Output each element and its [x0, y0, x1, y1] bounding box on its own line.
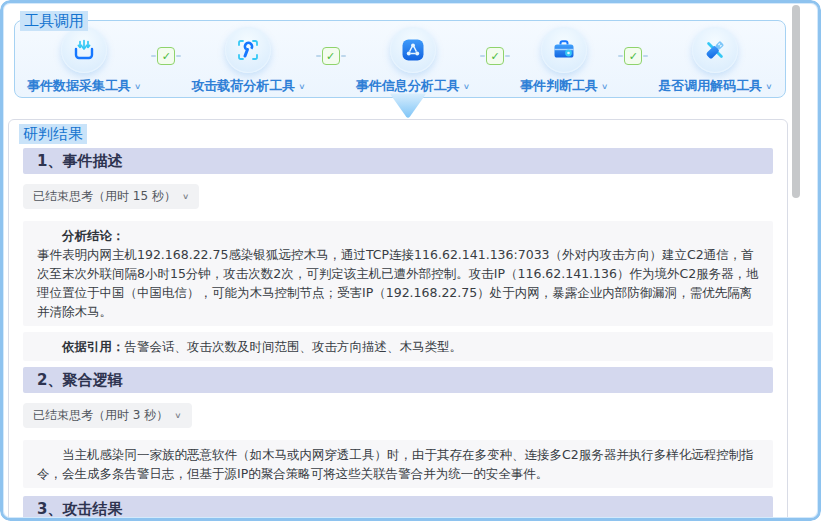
chevron-down-icon: ∨: [182, 192, 189, 201]
chevron-down-icon[interactable]: ∨: [463, 82, 470, 91]
flow-connector: ✓: [608, 47, 658, 65]
tool-node-label-text: 事件判断工具: [520, 77, 598, 95]
flow-connector: ✓: [306, 47, 356, 65]
tool-node-label-text: 事件数据采集工具: [27, 77, 131, 95]
tool-node-label[interactable]: 是否调用解码工具 ∨: [658, 77, 772, 95]
aggregation-logic-block: 当主机感染同一家族的恶意软件（如木马或内网穿透工具）时，由于其存在多变种、连接多…: [23, 440, 773, 488]
section-2-header: 2、聚合逻辑: [23, 367, 773, 393]
security-analysis-page: 工具调用 事件数据采集工具 ∨: [0, 0, 821, 521]
think-toggle-label: 已结束思考（用时 3 秒）: [33, 407, 168, 424]
tool-call-panel: 工具调用 事件数据采集工具 ∨: [14, 20, 786, 98]
chevron-down-icon[interactable]: ∨: [298, 82, 305, 91]
connector-line: [505, 55, 510, 57]
evidence-heading: 依据引用：: [62, 339, 125, 354]
tool-call-panel-label: 工具调用: [20, 11, 88, 31]
tool-node-decode-tool[interactable]: 是否调用解码工具 ∨: [658, 27, 772, 95]
section-3-header: 3、攻击结果: [23, 496, 773, 521]
connector-line: [151, 55, 156, 57]
tool-node-event-info-analysis[interactable]: 事件信息分析工具 ∨: [356, 27, 470, 95]
connector-line: [176, 55, 181, 57]
result-panel-label: 研判结果: [19, 124, 87, 144]
analysis-conclusion-text: 事件表明内网主机192.168.22.75感染银狐远控木马，通过TCP连接116…: [37, 245, 759, 321]
evidence-text: 告警会话、攻击次数及时间范围、攻击方向描述、木马类型。: [125, 339, 463, 354]
analysis-conclusion-heading: 分析结论：: [37, 226, 759, 245]
tool-node-label-text: 攻击载荷分析工具: [191, 77, 295, 95]
result-panel-label-row: 研判结果: [19, 124, 773, 144]
tool-node-label[interactable]: 事件判断工具 ∨: [520, 77, 608, 95]
think-toggle-section-2[interactable]: 已结束思考（用时 3 秒） ∨: [23, 403, 192, 428]
decode-tool-icon: [692, 27, 738, 73]
connector-line: [643, 55, 648, 57]
check-badge-icon: ✓: [486, 47, 504, 65]
flow-connector: ✓: [141, 47, 191, 65]
result-panel: 研判结果 1、事件描述 已结束思考（用时 15 秒） ∨ 分析结论： 事件表明内…: [8, 119, 788, 521]
flow-down-arrow-icon: [386, 92, 430, 119]
tool-node-label[interactable]: 攻击载荷分析工具 ∨: [191, 77, 305, 95]
scrollbar[interactable]: [792, 2, 801, 516]
connector-line: [480, 55, 485, 57]
chevron-down-icon: ∨: [174, 411, 181, 420]
analysis-conclusion-block: 分析结论： 事件表明内网主机192.168.22.75感染银狐远控木马，通过TC…: [23, 221, 773, 326]
data-collect-icon: [61, 27, 107, 73]
event-judgment-icon: [541, 27, 587, 73]
think-toggle-label: 已结束思考（用时 15 秒）: [33, 188, 176, 205]
connector-line: [316, 55, 321, 57]
chevron-down-icon[interactable]: ∨: [765, 82, 772, 91]
connector-line: [341, 55, 346, 57]
tool-flow: 事件数据采集工具 ∨ ✓: [15, 21, 785, 97]
section-1-header: 1、事件描述: [23, 148, 773, 174]
evidence-block: 依据引用：告警会话、攻击次数及时间范围、攻击方向描述、木马类型。: [23, 332, 773, 361]
check-badge-icon: ✓: [624, 47, 642, 65]
chevron-down-icon[interactable]: ∨: [601, 82, 608, 91]
connector-line: [618, 55, 623, 57]
scrollbar-thumb[interactable]: [792, 5, 800, 198]
flow-connector: ✓: [470, 47, 520, 65]
aggregation-logic-text: 当主机感染同一家族的恶意软件（如木马或内网穿透工具）时，由于其存在多变种、连接多…: [37, 445, 759, 483]
check-badge-icon: ✓: [322, 47, 340, 65]
chevron-down-icon[interactable]: ∨: [134, 82, 141, 91]
tool-node-payload-analysis[interactable]: 攻击载荷分析工具 ∨: [191, 27, 305, 95]
think-toggle-section-1[interactable]: 已结束思考（用时 15 秒） ∨: [23, 184, 199, 209]
event-info-analysis-icon: [390, 27, 436, 73]
tool-node-label[interactable]: 事件数据采集工具 ∨: [27, 77, 141, 95]
tool-node-event-judgment[interactable]: 事件判断工具 ∨: [520, 27, 608, 95]
check-badge-icon: ✓: [157, 47, 175, 65]
tool-node-data-collect[interactable]: 事件数据采集工具 ∨: [27, 27, 141, 95]
tool-node-label-text: 是否调用解码工具: [658, 77, 762, 95]
payload-analysis-icon: [225, 27, 271, 73]
